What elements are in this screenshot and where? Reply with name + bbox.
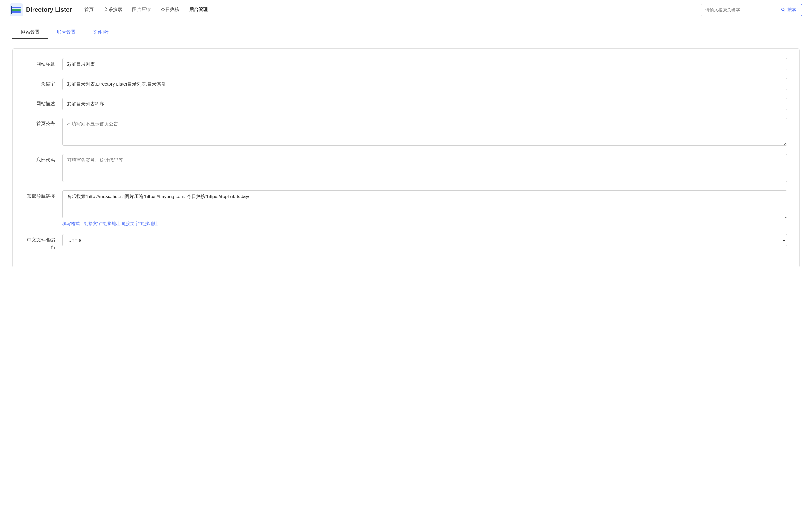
tab-file-management[interactable]: 文件管理 bbox=[84, 26, 120, 39]
field-site-title: 网站标题 bbox=[25, 58, 787, 71]
svg-point-5 bbox=[781, 8, 784, 10]
svg-rect-2 bbox=[12, 9, 21, 10]
input-keywords[interactable] bbox=[62, 78, 787, 90]
label-keywords: 关键字 bbox=[25, 78, 62, 87]
settings-card: 网站标题 关键字 网站描述 首页公告 底 bbox=[12, 48, 800, 267]
label-description: 网站描述 bbox=[25, 98, 62, 108]
nav-home[interactable]: 首页 bbox=[84, 7, 94, 13]
select-encoding[interactable]: UTF-8 GBK bbox=[62, 234, 787, 246]
search-button[interactable]: 搜索 bbox=[775, 4, 802, 16]
label-announcement: 首页公告 bbox=[25, 118, 62, 127]
nav-links-hint: 填写格式：链接文字*链接地址|链接文字*链接地址 bbox=[62, 221, 787, 226]
search-input[interactable] bbox=[701, 4, 775, 16]
logo-text: Directory Lister bbox=[26, 6, 72, 13]
label-footer-code: 底部代码 bbox=[25, 154, 62, 164]
label-nav-links: 顶部导航链接 bbox=[25, 190, 62, 200]
logo[interactable]: Directory Lister bbox=[10, 3, 72, 16]
input-description[interactable] bbox=[62, 98, 787, 110]
label-encoding: 中文文件名编码 bbox=[25, 234, 62, 250]
svg-line-6 bbox=[784, 10, 785, 11]
nav-music[interactable]: 音乐搜索 bbox=[103, 7, 122, 13]
svg-rect-1 bbox=[12, 7, 21, 8]
main-nav: 首页 音乐搜索 图片压缩 今日热榜 后台管理 bbox=[84, 7, 701, 13]
nav-hot[interactable]: 今日热榜 bbox=[161, 7, 179, 13]
textarea-nav-links[interactable]: 音乐搜索*http://music.hi.cn/|图片压缩*https://ti… bbox=[62, 190, 787, 218]
tabs-container: 网站设置 账号设置 文件管理 bbox=[0, 20, 812, 39]
control-nav-links: 音乐搜索*http://music.hi.cn/|图片压缩*https://ti… bbox=[62, 190, 787, 226]
logo-icon bbox=[10, 3, 23, 16]
tab-website-settings[interactable]: 网站设置 bbox=[12, 26, 48, 39]
field-announcement: 首页公告 bbox=[25, 118, 787, 146]
textarea-footer-code[interactable] bbox=[62, 154, 787, 182]
textarea-announcement[interactable] bbox=[62, 118, 787, 145]
control-site-title bbox=[62, 58, 787, 71]
search-area: 搜索 bbox=[701, 4, 802, 16]
control-description bbox=[62, 98, 787, 110]
label-site-title: 网站标题 bbox=[25, 58, 62, 68]
tab-account-settings[interactable]: 账号设置 bbox=[48, 26, 84, 39]
field-nav-links: 顶部导航链接 音乐搜索*http://music.hi.cn/|图片压缩*htt… bbox=[25, 190, 787, 226]
header: Directory Lister 首页 音乐搜索 图片压缩 今日热榜 后台管理 … bbox=[0, 0, 812, 20]
input-site-title[interactable] bbox=[62, 58, 787, 71]
tabs: 网站设置 账号设置 文件管理 bbox=[12, 26, 800, 39]
svg-rect-3 bbox=[12, 11, 21, 13]
field-keywords: 关键字 bbox=[25, 78, 787, 90]
svg-rect-4 bbox=[10, 6, 12, 14]
field-footer-code: 底部代码 bbox=[25, 154, 787, 183]
control-encoding: UTF-8 GBK bbox=[62, 234, 787, 246]
nav-image[interactable]: 图片压缩 bbox=[132, 7, 151, 13]
field-encoding: 中文文件名编码 UTF-8 GBK bbox=[25, 234, 787, 250]
nav-admin[interactable]: 后台管理 bbox=[189, 7, 208, 13]
control-announcement bbox=[62, 118, 787, 146]
field-description: 网站描述 bbox=[25, 98, 787, 110]
search-icon bbox=[781, 7, 785, 12]
main-content: 网站标题 关键字 网站描述 首页公告 底 bbox=[0, 39, 812, 277]
control-footer-code bbox=[62, 154, 787, 183]
control-keywords bbox=[62, 78, 787, 90]
